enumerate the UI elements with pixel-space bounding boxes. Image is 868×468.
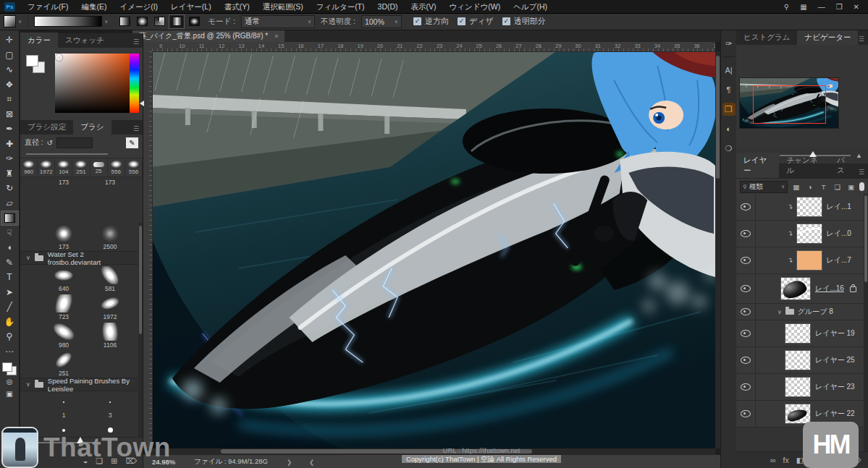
dither-checkbox[interactable]: ✓ディザ bbox=[458, 16, 494, 27]
zoom-tool[interactable]: ⚲ bbox=[1, 329, 19, 344]
panel-menu-icon[interactable]: ☰ bbox=[133, 125, 143, 135]
brush-preset[interactable]: 640 bbox=[41, 265, 87, 293]
recent-brush[interactable]: 980 bbox=[20, 158, 38, 176]
healing-brush-tool[interactable]: ✚ bbox=[1, 137, 19, 152]
layer-row[interactable]: レイヤー 23 bbox=[736, 374, 864, 401]
diameter-input[interactable] bbox=[56, 137, 93, 148]
paragraph-panel-icon[interactable]: ¶ bbox=[722, 83, 736, 96]
layer-row[interactable]: ↴レイ...1 bbox=[736, 194, 864, 221]
menu-select[interactable]: 選択範囲(S) bbox=[256, 0, 310, 13]
linear-gradient-button[interactable] bbox=[117, 14, 132, 29]
panel-menu-icon[interactable]: ☰ bbox=[859, 35, 868, 45]
recent-brush[interactable]: 25 bbox=[90, 158, 108, 176]
visibility-toggle[interactable] bbox=[736, 320, 756, 346]
diamond-gradient-button[interactable] bbox=[186, 14, 202, 29]
gradient-tool[interactable] bbox=[1, 210, 19, 226]
layer-row[interactable]: レイ...16 bbox=[736, 274, 864, 304]
visibility-toggle[interactable] bbox=[736, 347, 756, 373]
layer-row[interactable]: レイヤー 19 bbox=[736, 320, 864, 347]
tool-preset-picker[interactable]: ∨ bbox=[4, 15, 28, 27]
foreground-color-swatch[interactable] bbox=[26, 55, 38, 67]
hue-slider-arrow[interactable] bbox=[140, 101, 144, 106]
document-tab[interactable]: 葵_バイク_背景.psd @ 25% (RGB/8#) * × bbox=[132, 30, 285, 42]
crop-tool[interactable]: ⌗ bbox=[1, 92, 19, 107]
filter-adjustment-layers[interactable]: ◑ bbox=[804, 182, 815, 192]
frame-tool[interactable]: ⊠ bbox=[1, 107, 19, 122]
path-selection-tool[interactable]: ➤ bbox=[1, 285, 19, 300]
layer-list-scrollbar[interactable] bbox=[864, 194, 868, 452]
filter-pixel-layers[interactable]: ▦ bbox=[791, 182, 801, 192]
color-swatches[interactable] bbox=[2, 362, 17, 375]
brush-preset[interactable]: 581 bbox=[87, 265, 133, 293]
brush-preset[interactable]: 173 bbox=[41, 223, 87, 251]
line-tool[interactable]: ╱ bbox=[1, 299, 19, 315]
recent-brush[interactable]: 104 bbox=[55, 158, 72, 176]
screen-mode-button[interactable]: ▣ bbox=[1, 388, 19, 400]
layer-thumbnail[interactable] bbox=[785, 323, 811, 344]
layer-row[interactable]: レイヤー 25 bbox=[736, 347, 864, 374]
window-restore-button[interactable]: ❐ bbox=[836, 3, 843, 11]
more-tools[interactable]: ⋯ bbox=[1, 344, 19, 359]
brush-group-header[interactable]: ∨Speed Paining Brushes By Leeislee bbox=[20, 378, 138, 391]
layer-group-row[interactable]: ∨グループ 8 bbox=[736, 304, 864, 320]
tab-navigator[interactable]: ナビゲーター bbox=[797, 30, 858, 45]
visibility-toggle[interactable] bbox=[736, 401, 756, 427]
window-close-button[interactable]: ✕ bbox=[854, 3, 859, 11]
pen-tool[interactable]: ✎ bbox=[1, 255, 19, 271]
foreground-color-swatch[interactable] bbox=[2, 362, 12, 372]
hand-tool[interactable]: ✋ bbox=[1, 315, 19, 330]
visibility-toggle[interactable] bbox=[736, 221, 756, 247]
navigator-preview[interactable] bbox=[740, 78, 838, 128]
window-search-button[interactable]: ⚲ bbox=[784, 3, 789, 11]
clone-stamp-tool[interactable]: ♜ bbox=[1, 166, 19, 182]
brush-group-header[interactable]: ∨Water Set 2 frostbo.deviantart bbox=[20, 251, 138, 265]
recent-brush[interactable]: 251 bbox=[72, 158, 90, 176]
reset-icon[interactable]: ↺ bbox=[47, 139, 53, 147]
visibility-toggle[interactable] bbox=[736, 304, 756, 320]
tab-color[interactable]: カラー bbox=[20, 33, 58, 48]
eraser-tool[interactable]: ▱ bbox=[1, 196, 19, 211]
slider-knob-icon[interactable] bbox=[809, 151, 817, 157]
status-next-icon[interactable]: ❯ bbox=[278, 459, 300, 466]
gradient-preview[interactable]: ∨ bbox=[34, 16, 108, 27]
type-tool[interactable]: T bbox=[1, 270, 19, 285]
layer-thumbnail[interactable] bbox=[796, 224, 822, 244]
panel-menu-icon[interactable]: ☰ bbox=[859, 169, 868, 178]
menu-window[interactable]: ウィンドウ(W) bbox=[443, 0, 507, 13]
libraries-panel-icon[interactable]: ❍ bbox=[722, 142, 736, 155]
brush-preset[interactable]: 251 bbox=[41, 349, 87, 378]
menu-help[interactable]: ヘルプ(H) bbox=[507, 0, 554, 13]
menu-file[interactable]: ファイル(F) bbox=[21, 0, 75, 13]
layer-row[interactable]: ↴レイ...7 bbox=[736, 247, 864, 274]
layer-filter-select[interactable]: ⚲ 種類 ∨ bbox=[740, 181, 788, 193]
quick-selection-tool[interactable]: ❖ bbox=[1, 77, 19, 93]
transparency-checkbox[interactable]: ✓透明部分 bbox=[502, 16, 546, 27]
visibility-toggle[interactable] bbox=[736, 374, 756, 400]
tab-channels[interactable]: チャンネル bbox=[779, 153, 830, 178]
tab-layers[interactable]: レイヤー bbox=[736, 153, 779, 178]
tab-histogram[interactable]: ヒストグラム bbox=[736, 30, 797, 45]
diameter-slider[interactable] bbox=[20, 150, 143, 158]
window-workspace-switcher-button[interactable]: ▦ bbox=[800, 3, 806, 11]
3d-panel-icon[interactable]: ❒ bbox=[722, 103, 736, 116]
canvas[interactable] bbox=[152, 51, 715, 448]
recent-brush[interactable]: 1972 bbox=[38, 158, 55, 176]
recent-brush[interactable]: 556 bbox=[125, 158, 143, 176]
brush-preset[interactable]: 1972 bbox=[87, 293, 133, 321]
canvas-vertical-scrollbar[interactable] bbox=[715, 51, 720, 448]
dodge-tool[interactable]: ◖ bbox=[1, 240, 19, 255]
visibility-toggle[interactable] bbox=[736, 247, 756, 273]
filter-smart-objects[interactable]: ▣ bbox=[846, 182, 856, 192]
tab-swatches[interactable]: スウォッチ bbox=[58, 33, 111, 48]
brush-preset[interactable]: 980 bbox=[41, 321, 87, 349]
eyedropper-tool[interactable]: ✒ bbox=[1, 122, 19, 137]
status-file-info[interactable]: ファイル : 94.9M/1.28G bbox=[184, 457, 278, 467]
quick-mask-button[interactable]: ◎ bbox=[1, 375, 19, 388]
layer-thumbnail[interactable] bbox=[785, 377, 811, 397]
hue-slider[interactable] bbox=[130, 54, 139, 113]
menu-type[interactable]: 書式(Y) bbox=[218, 0, 256, 13]
menu-image[interactable]: イメージ(I) bbox=[113, 0, 164, 13]
brush-preset[interactable]: 2500 bbox=[87, 223, 133, 251]
brush-preset[interactable]: 1106 bbox=[87, 321, 133, 349]
stroke-preview-button[interactable]: ✎ bbox=[126, 137, 138, 148]
